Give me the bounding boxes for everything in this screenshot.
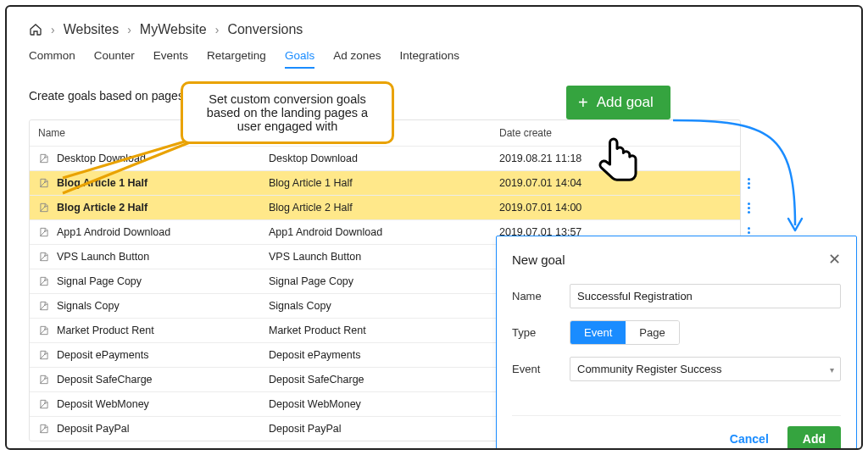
goal-name: VPS Launch Button [57, 251, 149, 263]
goal-name: Blog Article 1 Half [57, 177, 147, 189]
kebab-menu-icon[interactable] [748, 203, 750, 214]
goal-description: Blog Article 2 Half [269, 202, 499, 214]
goal-name: Signal Page Copy [57, 275, 142, 287]
tab-integrations[interactable]: Integrations [399, 49, 459, 69]
goal-date: 2019.07.01 14:04 [499, 177, 581, 189]
goal-description: Signals Copy [269, 300, 499, 312]
goal-icon [38, 202, 50, 214]
add-goal-label: Add goal [597, 94, 654, 111]
new-goal-dialog: New goal ✕ Name Type Event Page Event Co… [496, 236, 857, 450]
type-option-event[interactable]: Event [570, 321, 626, 344]
goal-name: Deposit SafeCharge [57, 374, 153, 386]
add-button[interactable]: Add [787, 426, 841, 450]
table-row[interactable]: Desktop DownloadDesktop Download2019.08.… [30, 146, 740, 170]
goal-icon [38, 226, 50, 238]
goal-name: Deposit WebMoney [57, 398, 149, 410]
column-header-date: Date create [499, 127, 750, 139]
callout-tooltip: Set custom conversion goals based on the… [181, 81, 394, 144]
breadcrumb-item[interactable]: Websites [64, 22, 120, 37]
plus-icon: + [578, 94, 588, 111]
tab-ad-zones[interactable]: Ad zones [333, 49, 381, 69]
page-subtitle: Create goals based on pages a [29, 89, 194, 103]
add-goal-button[interactable]: + Add goal [566, 86, 670, 119]
chevron-right-icon: › [51, 23, 55, 36]
chevron-right-icon: › [215, 23, 220, 36]
goal-icon [38, 398, 50, 410]
goal-name: Signals Copy [57, 300, 120, 312]
tab-counter[interactable]: Counter [94, 49, 135, 69]
goal-description: Market Product Rent [269, 325, 499, 336]
type-toggle: Event Page [570, 320, 680, 345]
goal-name: Deposit ePayments [57, 349, 148, 361]
goal-icon [38, 423, 50, 435]
tab-common[interactable]: Common [29, 49, 75, 69]
goal-description: Deposit PayPal [269, 423, 499, 435]
goal-icon [38, 275, 50, 287]
chevron-down-icon: ▾ [830, 364, 834, 374]
goal-date: 2019.07.01 14:00 [499, 202, 581, 214]
home-icon[interactable] [29, 23, 42, 36]
goal-date: 2019.08.21 11:18 [499, 153, 581, 164]
kebab-menu-icon[interactable] [748, 178, 750, 189]
breadcrumb: › Websites › MyWebsite › Conversions [29, 22, 839, 37]
goal-icon [38, 177, 50, 189]
tab-events[interactable]: Events [153, 49, 188, 69]
goal-icon [38, 251, 50, 263]
tab-bar: CommonCounterEventsRetargetingGoalsAd zo… [29, 49, 839, 69]
cancel-button[interactable]: Cancel [723, 426, 776, 450]
goal-icon [38, 349, 50, 361]
goal-description: VPS Launch Button [269, 251, 499, 263]
close-icon[interactable]: ✕ [828, 250, 841, 269]
type-label: Type [512, 326, 570, 339]
goal-name: Market Product Rent [57, 325, 154, 336]
goal-name: Blog Article 2 Half [57, 202, 147, 214]
goal-icon [38, 374, 50, 386]
goal-name: Deposit PayPal [57, 423, 129, 435]
goal-icon [38, 300, 50, 312]
goal-icon [38, 325, 50, 336]
event-label: Event [512, 363, 570, 375]
goal-description: Desktop Download [269, 153, 499, 164]
goal-description: Deposit SafeCharge [269, 374, 499, 386]
table-row[interactable]: Blog Article 2 HalfBlog Article 2 Half20… [30, 195, 740, 219]
goal-description: Deposit ePayments [269, 349, 499, 361]
name-label: Name [512, 290, 570, 302]
goal-description: Signal Page Copy [269, 275, 499, 287]
goal-name: Desktop Download [57, 153, 146, 164]
event-select[interactable]: Community Register Success [570, 357, 841, 381]
tab-retargeting[interactable]: Retargeting [207, 49, 266, 69]
goal-name-input[interactable] [570, 284, 841, 308]
tab-goals[interactable]: Goals [285, 49, 314, 69]
breadcrumb-item[interactable]: Conversions [227, 22, 303, 37]
goal-icon [38, 153, 50, 164]
dialog-title: New goal [512, 252, 565, 267]
goal-description: App1 Android Download [269, 226, 499, 238]
table-row[interactable]: Blog Article 1 HalfBlog Article 1 Half20… [30, 170, 740, 195]
goal-description: Blog Article 1 Half [269, 177, 499, 189]
goal-name: App1 Android Download [57, 226, 170, 238]
chevron-right-icon: › [127, 23, 131, 36]
type-option-page[interactable]: Page [626, 321, 678, 344]
breadcrumb-item[interactable]: MyWebsite [140, 22, 207, 37]
goal-description: Deposit WebMoney [269, 398, 499, 410]
